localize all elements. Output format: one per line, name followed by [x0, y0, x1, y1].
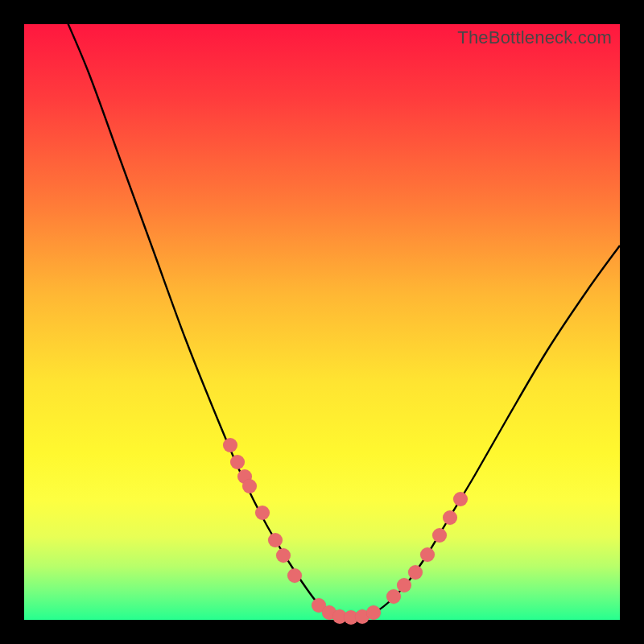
- data-dot: [268, 533, 283, 547]
- data-dot: [443, 510, 457, 525]
- data-dot: [230, 455, 245, 469]
- data-dot: [255, 506, 270, 520]
- data-dot: [397, 578, 411, 592]
- data-dot: [242, 479, 257, 493]
- data-dot: [366, 605, 381, 620]
- data-dot: [453, 492, 468, 506]
- chart-plot-area: TheBottleneck.com: [24, 24, 620, 620]
- chart-frame: TheBottleneck.com: [0, 0, 644, 644]
- data-dot: [408, 565, 423, 580]
- data-dot: [223, 438, 237, 452]
- bottleneck-curve: [61, 8, 620, 617]
- data-dots: [223, 438, 468, 625]
- data-dot: [276, 548, 291, 563]
- data-dot: [420, 547, 435, 562]
- data-dot: [386, 589, 401, 604]
- chart-svg: [24, 24, 620, 620]
- data-dot: [287, 568, 302, 583]
- data-dot: [432, 528, 447, 543]
